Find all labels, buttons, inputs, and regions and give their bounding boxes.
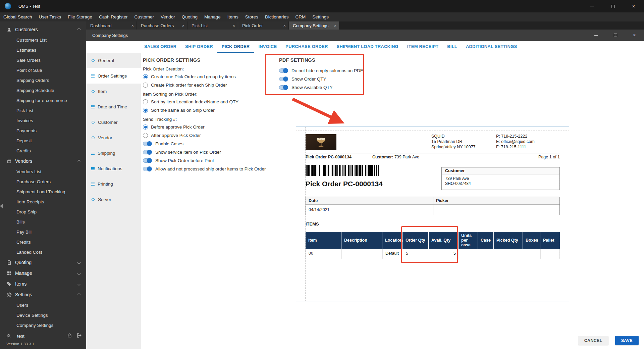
nav-date-and-time[interactable]: Date and Time	[86, 99, 141, 114]
tab-additional-settings[interactable]: ADDITIONAL SETTINGS	[462, 41, 521, 53]
sidebar-item-pay-bill[interactable]: Pay Bill	[0, 227, 86, 237]
sidebar-item-sale-orders[interactable]: Sale Orders	[0, 55, 86, 65]
tab-purchase-orders[interactable]: Purchase Orders ×	[137, 21, 187, 30]
menu-crm[interactable]: CRM	[292, 12, 309, 21]
tab-ship-order[interactable]: SHIP ORDER	[181, 41, 217, 53]
sidebar-item-item-receipts[interactable]: Item Receipts	[0, 197, 86, 207]
toggle-show-order-qty[interactable]: Show Order QTY	[279, 75, 373, 83]
tab-close-icon[interactable]: ×	[232, 23, 235, 28]
sidebar-item-shipping-ecommerce[interactable]: Shipping for e-commerce	[0, 95, 86, 105]
tab-company-settings[interactable]: Company Settings ×	[289, 21, 339, 30]
radio-sort-by-location[interactable]: Sort by item Location Index/Name and QTY	[143, 98, 277, 106]
radio-after-approve[interactable]: After approve Pick Order	[143, 131, 277, 140]
sidebar-item-company-settings[interactable]: Company Settings	[0, 320, 86, 330]
sidebar-item-vendor-credits[interactable]: Credits	[0, 237, 86, 247]
sidebar-group-customers[interactable]: Customers	[0, 24, 86, 35]
menu-file-storage[interactable]: File Storage	[64, 12, 96, 21]
menu-vendor[interactable]: Vendor	[157, 12, 178, 21]
nav-notifications[interactable]: Notifications	[86, 161, 141, 176]
menu-stores[interactable]: Stores	[242, 12, 262, 21]
tab-close-icon[interactable]: ×	[131, 23, 134, 28]
nav-general[interactable]: General	[86, 53, 141, 68]
tab-close-icon[interactable]: ×	[182, 23, 184, 28]
sidebar-item-shipment-load-tracking[interactable]: Shipment Load Tracking	[0, 187, 86, 197]
radio-sort-same-as-ship-order[interactable]: Sort the same as on Ship Order	[143, 106, 277, 114]
close-button[interactable]: ×	[623, 0, 644, 12]
menu-cash-register[interactable]: Cash Register	[96, 12, 131, 21]
tab-pick-list[interactable]: Pick List ×	[187, 21, 238, 30]
toggle-do-not-hide-empty-columns[interactable]: Do not hide empty columns on PDF	[279, 66, 373, 75]
sidebar-item-estimates[interactable]: Estimates	[0, 45, 86, 55]
sidebar-group-manage[interactable]: Manage	[0, 268, 86, 279]
menu-manage[interactable]: Manage	[201, 12, 224, 21]
sidebar-item-payments[interactable]: Payments	[0, 126, 86, 136]
sidebar-collapse-handle[interactable]	[0, 204, 3, 208]
toggle-label: Show Pick Order before Print	[155, 158, 214, 163]
tab-sales-order[interactable]: SALES ORDER	[140, 41, 181, 53]
modal-maximize-button[interactable]	[606, 30, 625, 41]
sidebar-group-vendors[interactable]: Vendors	[0, 156, 86, 166]
sidebar-item-shipping-orders[interactable]: Shipping Orders	[0, 75, 86, 85]
modal-close-button[interactable]: ×	[625, 30, 644, 41]
sidebar-item-drop-ship[interactable]: Drop Ship	[0, 207, 86, 217]
maximize-button[interactable]	[602, 0, 623, 12]
sidebar-item-point-of-sale[interactable]: Point of Sale	[0, 65, 86, 75]
tab-pick-order[interactable]: Pick Order ×	[238, 21, 288, 30]
toggle-allow-add-not-processed[interactable]: Allow add not processed ship order items…	[143, 165, 277, 173]
sidebar-item-deposit[interactable]: Deposit	[0, 136, 86, 146]
tab-item-receipt[interactable]: ITEM RECEIPT	[403, 41, 443, 53]
menu-customer[interactable]: Customer	[131, 12, 157, 21]
nav-vendor[interactable]: Vendor	[86, 130, 141, 145]
nav-customer[interactable]: Customer	[86, 114, 141, 130]
radio-create-one-pick-order[interactable]: Create one Pick Order and group by items	[143, 72, 277, 81]
tab-purchase-order[interactable]: PURCHASE ORDER	[281, 41, 332, 53]
nav-shipping[interactable]: Shipping	[86, 145, 141, 161]
sidebar-item-credits[interactable]: Credits	[0, 146, 86, 156]
menu-settings[interactable]: Settings	[309, 12, 332, 21]
minimize-button[interactable]	[582, 0, 602, 12]
sidebar-group-quoting[interactable]: Quoting	[0, 257, 86, 268]
save-button[interactable]: SAVE	[615, 336, 639, 345]
radio-pick-order-each-ship-order[interactable]: Create Pick order for each Ship Order	[143, 81, 277, 89]
sidebar-item-device-settings[interactable]: Device Settings	[0, 310, 86, 320]
sidebar-group-items[interactable]: Items	[0, 279, 86, 289]
sidebar-item-users[interactable]: Users	[0, 300, 86, 310]
nav-order-settings[interactable]: Order Settings	[86, 68, 141, 84]
menu-dictionaries[interactable]: Dictionaries	[262, 12, 292, 21]
toggle-enable-cases[interactable]: Enable Cases	[143, 140, 277, 148]
sidebar-group-settings[interactable]: Settings	[0, 289, 86, 300]
nav-item[interactable]: Item	[86, 84, 141, 99]
sidebar-item-vendors-list[interactable]: Vendors List	[0, 166, 86, 177]
tab-invoice[interactable]: INVOICE	[254, 41, 281, 53]
menu-quoting[interactable]: Quoting	[178, 12, 201, 21]
nav-printing[interactable]: Printing	[86, 176, 141, 192]
tab-dashboard[interactable]: Dashboard ×	[86, 21, 137, 30]
tab-close-icon[interactable]: ×	[283, 23, 286, 28]
menu-user-tasks[interactable]: User Tasks	[36, 12, 65, 21]
toggle-show-before-print[interactable]: Show Pick Order before Print	[143, 156, 277, 165]
cancel-button[interactable]: CANCEL	[578, 336, 608, 345]
sidebar-item-shipping-schedule[interactable]: Shipping Schedule	[0, 85, 86, 95]
tab-shipment-load-tracking[interactable]: SHIPMENT LOAD TRACKING	[332, 41, 403, 53]
tab-close-icon[interactable]: ×	[334, 23, 336, 28]
menu-global-search[interactable]: Global Search	[0, 12, 36, 21]
toggle-icon	[279, 68, 288, 73]
modal-minimize-button[interactable]	[587, 30, 606, 41]
tab-bill[interactable]: BILL	[443, 41, 462, 53]
sidebar-item-bills[interactable]: Bills	[0, 217, 86, 227]
sidebar-group-label: Quoting	[15, 260, 32, 265]
nav-server[interactable]: Server	[86, 192, 141, 207]
sidebar-item-pick-list[interactable]: Pick List	[0, 105, 86, 115]
sidebar-item-invoices[interactable]: Invoices	[0, 115, 86, 126]
sidebar-item-purchase-orders[interactable]: Purchase Orders	[0, 177, 86, 187]
toggle-show-service-item[interactable]: Show service item on Pick Order	[143, 148, 277, 156]
tab-pick-order-settings[interactable]: PICK ORDER	[217, 41, 254, 53]
logout-button[interactable]	[76, 333, 82, 339]
lock-button[interactable]	[67, 333, 72, 339]
menu-items[interactable]: Items	[224, 12, 242, 21]
sidebar-item-landed-cost[interactable]: Landed Cost	[0, 247, 86, 257]
radio-before-approve[interactable]: Before approve Pick Order	[143, 123, 277, 131]
toggle-show-available-qty[interactable]: Show Available QTY	[279, 83, 373, 92]
barcode-image	[306, 165, 379, 176]
sidebar-item-customers-list[interactable]: Customers List	[0, 35, 86, 45]
